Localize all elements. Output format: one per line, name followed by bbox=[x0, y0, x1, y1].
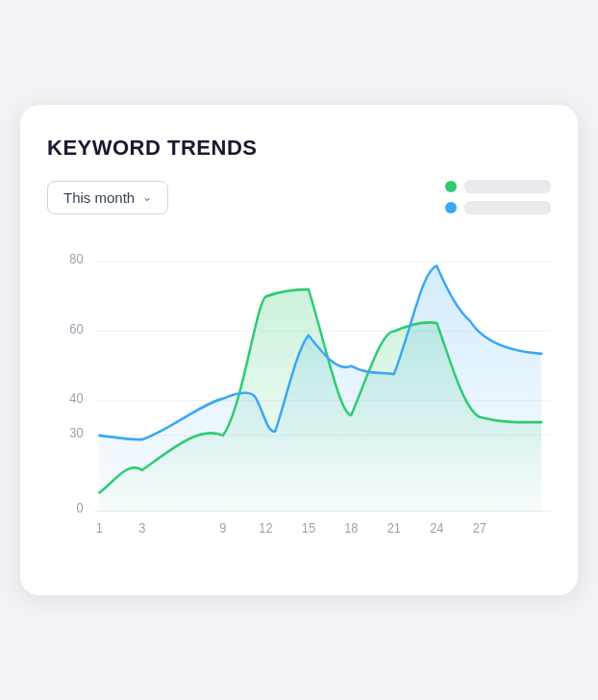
blue-fill-area bbox=[99, 266, 541, 512]
controls-row: This month ⌄ bbox=[47, 180, 551, 214]
legend-item-blue bbox=[445, 201, 551, 214]
x-label-9: 9 bbox=[219, 520, 226, 536]
x-label-12: 12 bbox=[259, 520, 272, 536]
x-label-1: 1 bbox=[96, 520, 103, 536]
filter-dropdown[interactable]: This month ⌄ bbox=[47, 181, 168, 214]
legend-label-blue bbox=[464, 201, 551, 214]
card-title: KEYWORD TRENDS bbox=[47, 136, 551, 161]
keyword-trends-card: KEYWORD TRENDS This month ⌄ bbox=[20, 105, 578, 595]
legend-dot-green bbox=[445, 181, 457, 192]
legend-item-green bbox=[445, 180, 551, 193]
y-label-60: 60 bbox=[69, 321, 83, 337]
x-label-24: 24 bbox=[430, 520, 444, 536]
chevron-down-icon: ⌄ bbox=[142, 190, 152, 204]
legend-label-green bbox=[464, 180, 551, 193]
chart-legend bbox=[445, 180, 551, 214]
y-label-40: 40 bbox=[69, 390, 83, 406]
legend-dot-blue bbox=[445, 202, 457, 213]
x-label-21: 21 bbox=[387, 520, 401, 536]
y-label-80: 80 bbox=[69, 252, 83, 267]
x-label-27: 27 bbox=[473, 520, 486, 536]
chart-svg: 80 60 40 30 0 1 3 9 12 15 bbox=[47, 241, 551, 568]
y-label-30: 30 bbox=[69, 426, 83, 441]
chart-area: 80 60 40 30 0 1 3 9 12 15 bbox=[47, 241, 551, 568]
x-label-18: 18 bbox=[344, 520, 358, 536]
x-label-3: 3 bbox=[138, 520, 145, 536]
y-label-0: 0 bbox=[76, 500, 83, 515]
filter-label: This month bbox=[63, 189, 135, 206]
x-label-15: 15 bbox=[302, 520, 315, 536]
